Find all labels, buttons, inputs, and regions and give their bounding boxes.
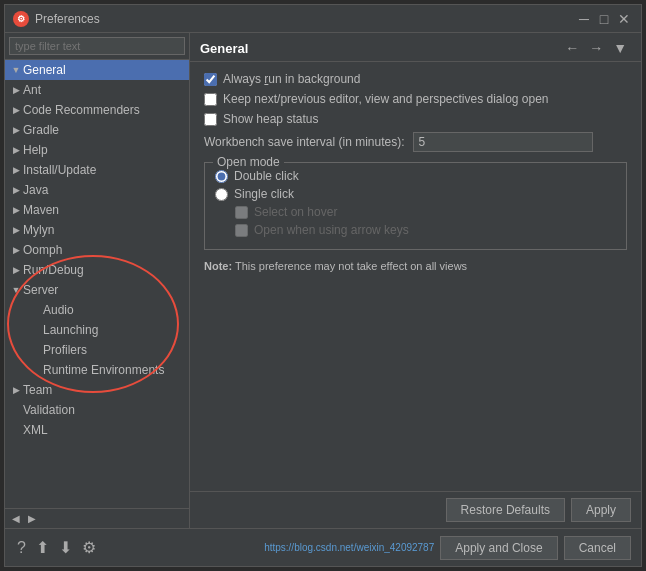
csdn-link: https://blog.csdn.net/weixin_42092787	[264, 542, 434, 553]
expand-arrow-gradle: ▶	[9, 125, 23, 135]
sidebar-item-code-recommenders[interactable]: ▶ Code Recommenders	[5, 100, 189, 120]
expand-arrow-oomph: ▶	[9, 245, 23, 255]
sidebar-item-runtime-environments[interactable]: Runtime Environments	[5, 360, 189, 380]
single-click-radio[interactable]	[215, 188, 228, 201]
double-click-label[interactable]: Double click	[234, 169, 299, 183]
window-title: Preferences	[35, 12, 100, 26]
sidebar-item-launching[interactable]: Launching	[5, 320, 189, 340]
expand-arrow-java: ▶	[9, 185, 23, 195]
sidebar-item-label: Gradle	[23, 123, 185, 137]
menu-button[interactable]: ▼	[609, 39, 631, 57]
content-area: ▼ General ▶ Ant ▶ Code Recommenders ▶ Gr…	[5, 33, 641, 528]
sidebar-item-label: Validation	[23, 403, 185, 417]
expand-arrow-rundebug: ▶	[9, 265, 23, 275]
note-label: Note:	[204, 260, 232, 272]
sidebar-tree: ▼ General ▶ Ant ▶ Code Recommenders ▶ Gr…	[5, 60, 189, 508]
app-icon: ⚙	[13, 11, 29, 27]
forward-button[interactable]: →	[585, 39, 607, 57]
sidebar-item-label: Java	[23, 183, 185, 197]
expand-arrow-install: ▶	[9, 165, 23, 175]
always-run-bg-checkbox[interactable]	[204, 73, 217, 86]
minimize-button[interactable]: ─	[575, 10, 593, 28]
scroll-left-button[interactable]: ◀	[9, 512, 23, 525]
sidebar-item-server[interactable]: ▼ Server	[5, 280, 189, 300]
note-text: Note: This preference may not take effec…	[204, 260, 627, 272]
main-header: General ← → ▼	[190, 33, 641, 62]
export-button[interactable]: ⬆	[34, 536, 51, 559]
sidebar-item-audio[interactable]: Audio	[5, 300, 189, 320]
sidebar-item-label: Help	[23, 143, 185, 157]
panel-title: General	[200, 41, 248, 56]
expand-arrow-maven: ▶	[9, 205, 23, 215]
workbench-save-row: Workbench save interval (in minutes):	[204, 132, 627, 152]
show-heap-checkbox[interactable]	[204, 113, 217, 126]
expand-arrow-team: ▶	[9, 385, 23, 395]
sidebar-item-label: XML	[23, 423, 185, 437]
keep-next-prev-label[interactable]: Keep next/previous editor, view and pers…	[223, 92, 549, 106]
window-controls: ─ □ ✕	[575, 10, 633, 28]
sidebar-item-gradle[interactable]: ▶ Gradle	[5, 120, 189, 140]
expand-arrow-ant: ▶	[9, 85, 23, 95]
settings-button[interactable]: ⚙	[80, 536, 98, 559]
sidebar-item-label: Ant	[23, 83, 185, 97]
select-on-hover-label: Select on hover	[254, 205, 337, 219]
header-nav: ← → ▼	[561, 39, 631, 57]
sidebar-item-label: Mylyn	[23, 223, 185, 237]
sidebar-item-label: Runtime Environments	[43, 363, 185, 377]
open-mode-group: Open mode Double click Single click Sele…	[204, 162, 627, 250]
sidebar: ▼ General ▶ Ant ▶ Code Recommenders ▶ Gr…	[5, 33, 190, 528]
always-run-bg-row: Always run in background	[204, 72, 627, 86]
workbench-save-input[interactable]	[413, 132, 593, 152]
title-bar: ⚙ Preferences ─ □ ✕	[5, 5, 641, 33]
sidebar-item-label: Code Recommenders	[23, 103, 185, 117]
sidebar-item-general[interactable]: ▼ General	[5, 60, 189, 80]
sidebar-item-label: Server	[23, 283, 185, 297]
cancel-button[interactable]: Cancel	[564, 536, 631, 560]
workbench-save-label: Workbench save interval (in minutes):	[204, 135, 405, 149]
sidebar-item-ant[interactable]: ▶ Ant	[5, 80, 189, 100]
single-click-label[interactable]: Single click	[234, 187, 294, 201]
expand-arrow-mylyn: ▶	[9, 225, 23, 235]
main-content: Always run in background Keep next/previ…	[190, 62, 641, 491]
close-button[interactable]: ✕	[615, 10, 633, 28]
maximize-button[interactable]: □	[595, 10, 613, 28]
sidebar-item-maven[interactable]: ▶ Maven	[5, 200, 189, 220]
sidebar-search-area	[5, 33, 189, 60]
sidebar-item-validation[interactable]: Validation	[5, 400, 189, 420]
sidebar-item-mylyn[interactable]: ▶ Mylyn	[5, 220, 189, 240]
scroll-right-button[interactable]: ▶	[25, 512, 39, 525]
sidebar-item-profilers[interactable]: Profilers	[5, 340, 189, 360]
sidebar-item-xml[interactable]: XML	[5, 420, 189, 440]
title-bar-left: ⚙ Preferences	[13, 11, 100, 27]
scroll-arrows: ◀ ▶	[9, 512, 39, 525]
show-heap-label[interactable]: Show heap status	[223, 112, 318, 126]
apply-and-close-button[interactable]: Apply and Close	[440, 536, 557, 560]
sidebar-item-label: Audio	[43, 303, 185, 317]
import-button[interactable]: ⬇	[57, 536, 74, 559]
expand-arrow-server: ▼	[9, 285, 23, 295]
sidebar-item-run-debug[interactable]: ▶ Run/Debug	[5, 260, 189, 280]
expand-arrow-general: ▼	[9, 65, 23, 75]
always-run-bg-label[interactable]: Always run in background	[223, 72, 360, 86]
back-button[interactable]: ←	[561, 39, 583, 57]
apply-button[interactable]: Apply	[571, 498, 631, 522]
restore-defaults-button[interactable]: Restore Defaults	[446, 498, 565, 522]
single-click-row: Single click	[215, 187, 616, 201]
sidebar-item-help[interactable]: ▶ Help	[5, 140, 189, 160]
sidebar-item-oomph[interactable]: ▶ Oomph	[5, 240, 189, 260]
sidebar-item-team[interactable]: ▶ Team	[5, 380, 189, 400]
sidebar-item-install-update[interactable]: ▶ Install/Update	[5, 160, 189, 180]
sidebar-item-label: Run/Debug	[23, 263, 185, 277]
double-click-radio[interactable]	[215, 170, 228, 183]
main-panel: General ← → ▼ Always run in background K…	[190, 33, 641, 528]
sidebar-item-label: Oomph	[23, 243, 185, 257]
bottom-left: ? ⬆ ⬇ ⚙	[15, 536, 98, 559]
main-footer: Restore Defaults Apply	[190, 491, 641, 528]
expand-arrow-cr: ▶	[9, 105, 23, 115]
keep-next-prev-checkbox[interactable]	[204, 93, 217, 106]
search-input[interactable]	[9, 37, 185, 55]
keep-next-prev-row: Keep next/previous editor, view and pers…	[204, 92, 627, 106]
bottom-right: https://blog.csdn.net/weixin_42092787 Ap…	[264, 536, 631, 560]
help-button[interactable]: ?	[15, 537, 28, 559]
sidebar-item-java[interactable]: ▶ Java	[5, 180, 189, 200]
